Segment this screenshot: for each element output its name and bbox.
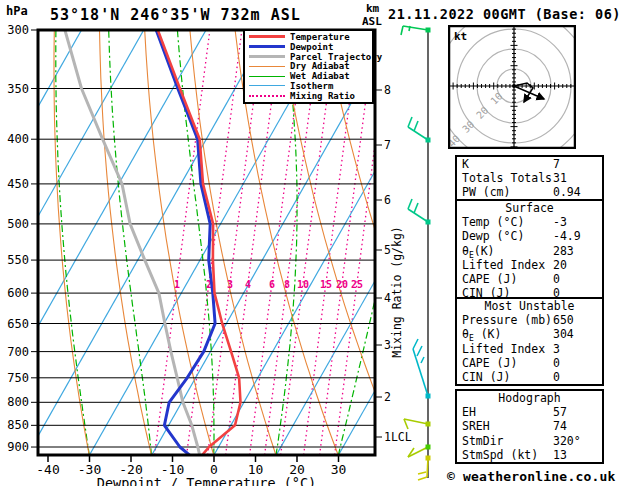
row-value: 0 bbox=[553, 272, 597, 286]
table-row: StmSpd (kt)13 bbox=[457, 448, 602, 462]
svg-text:Dewpoint / Temperature (°C): Dewpoint / Temperature (°C) bbox=[97, 475, 316, 486]
legend-item-mixing-ratio: Mixing Ratio bbox=[249, 91, 372, 101]
svg-text:500: 500 bbox=[7, 217, 29, 231]
row-value: 20 bbox=[553, 258, 597, 272]
svg-text:8: 8 bbox=[284, 279, 290, 290]
hodograph-ring-label: 30 bbox=[460, 119, 476, 135]
dewpoint-curve bbox=[156, 30, 215, 457]
row-label: Totals Totals bbox=[462, 171, 552, 185]
row-value: 74 bbox=[553, 419, 597, 433]
row-label: PW (cm) bbox=[462, 185, 510, 199]
wind-level-dot bbox=[426, 456, 431, 461]
row-label: θE (K) bbox=[462, 327, 501, 341]
table-row: Pressure (mb)650 bbox=[457, 313, 602, 327]
row-value: 304 bbox=[553, 327, 597, 341]
row-label: CIN (J) bbox=[462, 370, 510, 384]
row-label: CAPE (J) bbox=[462, 356, 517, 370]
legend-swatch bbox=[249, 55, 285, 58]
row-label: K bbox=[462, 157, 469, 171]
storm-motion-arrow bbox=[514, 86, 544, 99]
table-header: Surface bbox=[457, 201, 602, 215]
row-label: StmSpd (kt) bbox=[462, 448, 538, 462]
row-label: θE(K) bbox=[462, 244, 495, 258]
svg-text:300: 300 bbox=[7, 23, 29, 37]
row-label: Temp (°C) bbox=[462, 215, 524, 229]
svg-text:550: 550 bbox=[7, 253, 29, 267]
svg-text:600: 600 bbox=[7, 286, 29, 300]
svg-text:900: 900 bbox=[7, 440, 29, 454]
table-header: Hodograph bbox=[457, 391, 602, 405]
row-value: 31 bbox=[553, 171, 597, 185]
row-value: 3 bbox=[553, 342, 597, 356]
row-value: 0.94 bbox=[553, 185, 597, 199]
legend-item-dry-adiabat: Dry Adiabat bbox=[249, 61, 372, 71]
svg-text:30: 30 bbox=[331, 462, 347, 477]
row-value: -4.9 bbox=[553, 229, 597, 243]
hodograph-plot: 10203040kt bbox=[448, 25, 576, 149]
row-label: Lifted Index bbox=[462, 342, 545, 356]
svg-text:4: 4 bbox=[245, 279, 251, 290]
row-value: 283 bbox=[553, 244, 597, 258]
row-value: 13 bbox=[553, 448, 597, 462]
row-label: Dewp (°C) bbox=[462, 229, 524, 243]
legend-label: Dry Adiabat bbox=[290, 61, 350, 71]
row-value: 650 bbox=[553, 313, 597, 327]
svg-text:450: 450 bbox=[7, 177, 29, 191]
svg-text:15: 15 bbox=[320, 279, 332, 290]
table-surface: SurfaceTemp (°C)-3Dewp (°C)-4.9θE(K)283L… bbox=[455, 199, 604, 302]
table-row: PW (cm)0.94 bbox=[457, 185, 602, 199]
row-value: 7 bbox=[553, 157, 597, 171]
legend-item-temperature: Temperature bbox=[249, 32, 372, 42]
table-row: θE (K)304 bbox=[457, 327, 602, 341]
legend-swatch bbox=[249, 85, 285, 86]
wind-level-dot bbox=[426, 28, 431, 33]
legend-box: TemperatureDewpointParcel TrajectoryDry … bbox=[243, 29, 374, 104]
wind-level-dot bbox=[426, 422, 431, 427]
svg-text:8: 8 bbox=[384, 83, 391, 97]
legend-swatch bbox=[249, 35, 285, 38]
legend-item-isotherm: Isotherm bbox=[249, 81, 372, 91]
row-label: Lifted Index bbox=[462, 258, 545, 272]
row-value: -3 bbox=[553, 215, 597, 229]
legend-item-wet-adiabat: Wet Adiabat bbox=[249, 71, 372, 81]
wind-level-dot bbox=[426, 445, 431, 450]
svg-text:20: 20 bbox=[336, 279, 348, 290]
legend-swatch bbox=[249, 95, 285, 97]
table-row: Lifted Index3 bbox=[457, 342, 602, 356]
svg-text:400: 400 bbox=[7, 132, 29, 146]
legend-item-dewpoint: Dewpoint bbox=[249, 42, 372, 52]
svg-text:700: 700 bbox=[7, 345, 29, 359]
table-header: Most Unstable bbox=[457, 299, 602, 313]
svg-text:2: 2 bbox=[384, 390, 391, 404]
svg-text:-40: -40 bbox=[36, 462, 59, 477]
legend-label: Parcel Trajectory bbox=[290, 52, 382, 62]
table-row: θE(K)283 bbox=[457, 244, 602, 258]
svg-text:6: 6 bbox=[384, 193, 391, 207]
legend-item-parcel-trajectory: Parcel Trajectory bbox=[249, 52, 372, 62]
svg-text:10: 10 bbox=[297, 279, 309, 290]
row-label: Pressure (mb) bbox=[462, 313, 552, 327]
row-value: 320° bbox=[553, 434, 597, 448]
table-hodograph: HodographEH57SREH74StmDir320°StmSpd (kt)… bbox=[455, 389, 604, 464]
temperature-axis: -40-30-20-100102030Dewpoint / Temperatur… bbox=[36, 456, 346, 486]
svg-text:6: 6 bbox=[269, 279, 275, 290]
svg-text:7: 7 bbox=[384, 138, 391, 152]
row-value: 0 bbox=[553, 356, 597, 370]
legend-swatch bbox=[249, 45, 285, 48]
hodograph-ring-label: 10 bbox=[488, 90, 504, 106]
row-label: EH bbox=[462, 405, 476, 419]
legend-swatch bbox=[249, 76, 285, 77]
wind-barb-column bbox=[401, 26, 431, 480]
table-indices: K7Totals Totals31PW (cm)0.94 bbox=[455, 155, 604, 202]
legend-label: Wet Adiabat bbox=[290, 71, 350, 81]
svg-text:3: 3 bbox=[227, 279, 233, 290]
table-row: Dewp (°C)-4.9 bbox=[457, 229, 602, 243]
row-label: StmDir bbox=[462, 434, 504, 448]
wind-level-dot bbox=[426, 220, 431, 225]
row-value: 57 bbox=[553, 405, 597, 419]
row-value: 0 bbox=[553, 370, 597, 384]
mixing-ratio-axis-title: Mixing Ratio (g/kg) bbox=[390, 226, 404, 358]
row-label: SREH bbox=[462, 419, 490, 433]
svg-text:750: 750 bbox=[7, 371, 29, 385]
table-row: StmDir320° bbox=[457, 434, 602, 448]
